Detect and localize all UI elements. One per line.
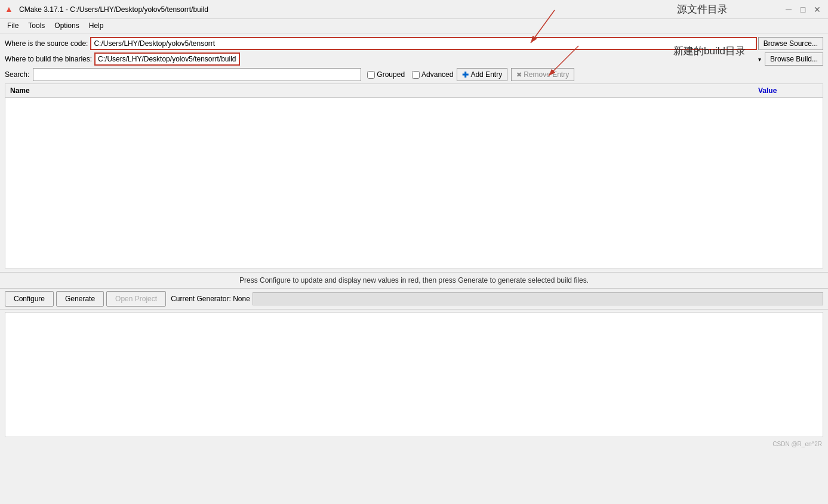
add-entry-button[interactable]: ✚ Add Entry (457, 68, 507, 81)
browse-build-button[interactable]: Browse Build... (765, 52, 823, 66)
menu-bar: File Tools Options Help (0, 19, 828, 33)
add-entry-plus-icon: ✚ (462, 70, 469, 79)
menu-options[interactable]: Options (50, 20, 84, 32)
title-bar: ▲ CMake 3.17.1 - C:/Users/LHY/Desktop/yo… (0, 0, 828, 19)
button-bar: Configure Generate Open Project Current … (0, 289, 828, 310)
search-row: Search: Grouped Advanced ✚ Add Entry ✖ R… (5, 68, 823, 81)
maximize-button[interactable]: □ (797, 4, 809, 16)
advanced-checkbox[interactable] (412, 71, 420, 79)
minimize-button[interactable]: ─ (783, 4, 795, 16)
browse-source-button[interactable]: Browse Source... (758, 37, 823, 50)
grouped-checkbox[interactable] (367, 71, 375, 79)
status-area: Press Configure to update and display ne… (0, 272, 828, 289)
value-column-header: Value (758, 86, 818, 95)
search-label: Search: (5, 70, 29, 79)
configure-button[interactable]: Configure (5, 291, 54, 307)
search-input[interactable] (33, 68, 361, 81)
remove-entry-icon: ✖ (516, 71, 522, 79)
source-row: Where is the source code: Browse Source.… (5, 37, 823, 50)
table-body (5, 98, 823, 265)
remove-entry-button[interactable]: ✖ Remove Entry (511, 68, 574, 81)
build-label: Where to build the binaries: (5, 55, 92, 63)
main-content: 源文件目录 新建的build目录 Where is the source cod… (0, 33, 828, 272)
build-select-wrapper: C:/Users/LHY/Desktop/yolov5/tensorrt/bui… (94, 52, 764, 66)
output-area[interactable] (5, 312, 823, 437)
checkbox-group: Grouped Advanced (367, 70, 453, 79)
cmake-icon: ▲ (5, 4, 16, 15)
open-project-button: Open Project (106, 291, 166, 307)
add-entry-label: Add Entry (470, 70, 502, 79)
source-input-wrapper (90, 37, 756, 50)
grouped-label: Grouped (377, 70, 405, 79)
form-area: 源文件目录 新建的build目录 Where is the source cod… (5, 37, 823, 66)
build-select[interactable]: C:/Users/LHY/Desktop/yolov5/tensorrt/bui… (94, 52, 240, 66)
grouped-checkbox-label[interactable]: Grouped (367, 70, 405, 79)
source-label: Where is the source code: (5, 39, 88, 48)
watermark: CSDN @R_en^2R (0, 440, 828, 449)
table-area: Name Value (5, 84, 823, 268)
advanced-label: Advanced (421, 70, 453, 79)
build-row: Where to build the binaries: C:/Users/LH… (5, 52, 823, 66)
remove-entry-label: Remove Entry (524, 70, 569, 79)
menu-help[interactable]: Help (84, 20, 109, 32)
generator-label: Current Generator: None (171, 295, 250, 303)
generate-button[interactable]: Generate (56, 291, 104, 307)
source-input[interactable] (90, 37, 756, 50)
menu-file[interactable]: File (2, 20, 23, 32)
title-bar-controls: ─ □ ✕ (783, 4, 823, 16)
close-button[interactable]: ✕ (811, 4, 823, 16)
title-bar-text: CMake 3.17.1 - C:/Users/LHY/Desktop/yolo… (19, 5, 783, 14)
name-column-header: Name (10, 86, 758, 95)
table-header: Name Value (5, 84, 823, 98)
status-message: Press Configure to update and display ne… (239, 276, 589, 285)
menu-tools[interactable]: Tools (23, 20, 50, 32)
progress-bar (253, 292, 823, 305)
advanced-checkbox-label[interactable]: Advanced (412, 70, 453, 79)
